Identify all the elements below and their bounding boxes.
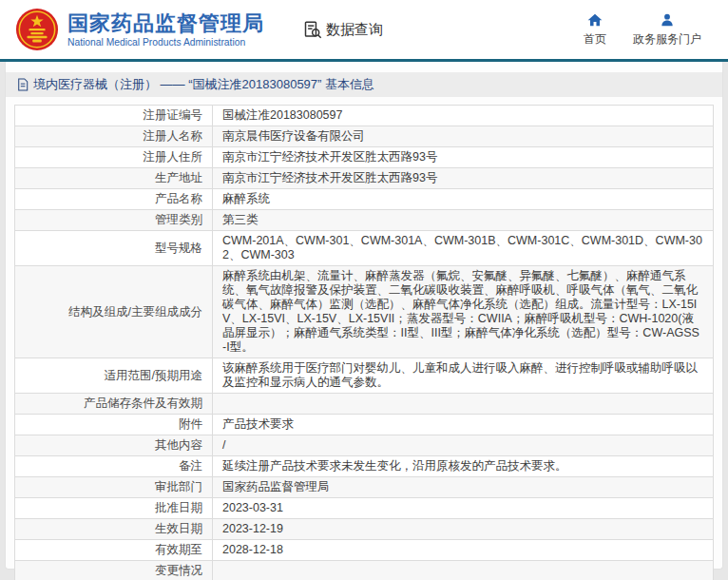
row-label: 适用范围/预期用途 [15,358,213,394]
row-value: 麻醉系统 [213,189,714,210]
registration-info-table: 注册证编号国械注准20183080597注册人名称南京晨伟医疗设备有限公司注册人… [14,105,714,580]
table-row: 型号规格CWM-201A、CWM-301、CWM-301A、CWM-301B、C… [15,231,714,266]
row-label: 批准日期 [15,498,213,519]
content-card: 境内医疗器械（注册） —— “国械注准20183080597” 基本信息 注册证… [5,62,723,570]
table-row: 管理类别第三类 [15,210,714,231]
breadcrumb: 境内医疗器械（注册） —— “国械注准20183080597” 基本信息 [6,72,722,97]
row-label: 生效日期 [15,519,213,540]
row-label: 产品名称 [15,189,213,210]
site-header: 国家药品监督管理局 National Medical Products Admi… [0,0,728,59]
nav-home[interactable]: 首页 [584,12,606,48]
table-row: 生效日期2023-12-19 [15,519,714,540]
table-row: 附件产品技术要求 [15,415,714,435]
row-label: 其他内容 [15,435,213,456]
page-body: 境内医疗器械（注册） —— “国械注准20183080597” 基本信息 注册证… [0,62,728,580]
document-icon [17,78,29,91]
row-value [213,394,714,415]
nav-home-label: 首页 [584,31,606,48]
row-value: 麻醉系统由机架、流量计、麻醉蒸发器（氟烷、安氟醚、异氟醚、七氟醚）、麻醉通气系统… [213,266,714,358]
table-row: 适用范围/预期用途该麻醉系统用于医疗部门对婴幼儿、儿童和成人进行吸入麻醉、进行控… [15,358,714,394]
nav-gov-service-portal[interactable]: 政务服务门户 [633,12,701,48]
table-row: 批准日期2023-03-31 [15,498,714,519]
table-row: 备注延续注册产品技术要求未发生变化，沿用原核发的产品技术要求。 [15,456,714,477]
row-value: 2028-12-18 [213,540,714,561]
china-national-emblem-icon [15,8,59,51]
row-value: 南京市江宁经济技术开发区胜太西路93号 [213,168,714,189]
row-label: 附件 [15,415,213,435]
agency-titles: 国家药品监督管理局 National Medical Products Admi… [67,11,264,48]
row-label: 结构及组成/主要组成成分 [15,266,213,358]
row-value: 该麻醉系统用于医疗部门对婴幼儿、儿童和成人进行吸入麻醉、进行控制呼吸或辅助呼吸以… [213,358,714,394]
table-row: 变更情况 [15,561,714,580]
row-label: 备注 [15,456,213,477]
data-query-label: 数据查询 [326,21,383,39]
table-row: 注册证编号国械注准20183080597 [15,106,714,126]
table-row: 审批部门国家药品监督管理局 [15,477,714,498]
row-value: 2023-03-31 [213,498,714,519]
row-label: 变更情况 [15,561,213,580]
row-value: 南京晨伟医疗设备有限公司 [213,126,714,147]
table-row: 其他内容/ [15,435,714,456]
row-label: 审批部门 [15,477,213,498]
table-row: 产品储存条件及有效期 [15,394,714,415]
table-row: 注册人住所南京市江宁经济技术开发区胜太西路93号 [15,147,714,168]
row-value: 延续注册产品技术要求未发生变化，沿用原核发的产品技术要求。 [213,456,714,477]
document-search-icon [302,20,322,40]
row-label: 有效期至 [15,540,213,561]
table-row: 产品名称麻醉系统 [15,189,714,210]
row-label: 注册人住所 [15,147,213,168]
data-query-nav[interactable]: 数据查询 [302,20,383,40]
row-label: 产品储存条件及有效期 [15,394,213,415]
row-label: 管理类别 [15,210,213,231]
user-icon [660,12,675,28]
breadcrumb-text: 境内医疗器械（注册） —— “国械注准20183080597” 基本信息 [33,76,374,93]
row-value: 国械注准20183080597 [213,106,714,126]
table-row: 注册人名称南京晨伟医疗设备有限公司 [15,126,714,147]
home-icon [587,12,603,28]
row-value: CWM-201A、CWM-301、CWM-301A、CWM-301B、CWM-3… [213,231,714,266]
row-value: 南京市江宁经济技术开发区胜太西路93号 [213,147,714,168]
agency-name-en: National Medical Products Administration [67,37,264,48]
row-label: 型号规格 [15,231,213,266]
row-value: 第三类 [213,210,714,231]
registration-info-table-wrap: 注册证编号国械注准20183080597注册人名称南京晨伟医疗设备有限公司注册人… [14,105,714,580]
agency-logo[interactable]: 国家药品监督管理局 National Medical Products Admi… [15,8,264,51]
row-value: 国家药品监督管理局 [213,477,714,498]
nav-portal-label: 政务服务门户 [633,31,701,48]
info-table-body: 注册证编号国械注准20183080597注册人名称南京晨伟医疗设备有限公司注册人… [15,106,714,580]
row-value: 产品技术要求 [213,415,714,435]
row-label: 注册证编号 [15,106,213,126]
table-row: 有效期至2028-12-18 [15,540,714,561]
row-value: / [213,435,714,456]
row-label: 生产地址 [15,168,213,189]
row-label: 注册人名称 [15,126,213,147]
row-value [213,561,714,580]
table-row: 结构及组成/主要组成成分麻醉系统由机架、流量计、麻醉蒸发器（氟烷、安氟醚、异氟醚… [15,266,714,358]
table-row: 生产地址南京市江宁经济技术开发区胜太西路93号 [15,168,714,189]
top-nav: 首页 政务服务门户 [584,12,709,48]
agency-name-zh: 国家药品监督管理局 [67,11,264,36]
row-value: 2023-12-19 [213,519,714,540]
